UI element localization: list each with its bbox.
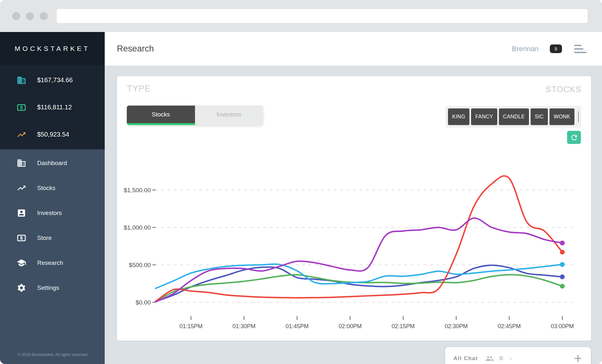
svg-text:01:45PM: 01:45PM	[286, 323, 309, 329]
people-icon	[485, 354, 494, 363]
plus-icon[interactable]: +	[574, 352, 582, 364]
chat-user-count: 0	[500, 355, 502, 362]
balance-value: $167,734.66	[37, 76, 73, 84]
svg-text:02:30PM: 02:30PM	[445, 323, 468, 329]
balance-item-gains[interactable]: $50,923.54	[0, 121, 105, 148]
sidebar-item-research[interactable]: Research	[0, 250, 105, 275]
sidebar: MOCKSTARKET $167,734.66 $ $116,811.12	[0, 32, 105, 364]
sidebar-item-label: Settings	[37, 284, 59, 291]
trending-up-icon	[17, 183, 26, 193]
hamburger-menu-icon[interactable]	[574, 45, 587, 53]
browser-window: MOCKSTARKET $167,734.66 $ $116,811.12	[0, 0, 602, 364]
copyright-text: © 2018 Mockstarket. All rights reserved	[0, 352, 105, 364]
sidebar-item-store[interactable]: $ Store	[0, 226, 105, 250]
trending-up-icon	[17, 130, 26, 139]
building-icon	[17, 158, 26, 168]
sidebar-item-label: Store	[37, 234, 52, 241]
account-balances: $167,734.66 $ $116,811.12 $50,923.54	[0, 65, 105, 149]
sidebar-item-label: Dashboard	[37, 160, 67, 167]
window-control-icon[interactable]	[26, 12, 34, 20]
svg-text:$0.00: $0.00	[135, 299, 151, 306]
sidebar-item-stocks[interactable]: Stocks	[0, 176, 105, 201]
svg-text:$1,500.00: $1,500.00	[124, 187, 151, 194]
gear-icon	[17, 283, 26, 293]
svg-text:03:00PM: 03:00PM	[551, 323, 574, 329]
sidebar-item-settings[interactable]: Settings	[0, 275, 105, 300]
chat-bar[interactable]: All Chat 0 +	[445, 347, 591, 364]
person-icon	[17, 208, 26, 218]
page-header: Research Brennan 5	[105, 32, 602, 66]
graduation-cap-icon	[17, 258, 26, 268]
svg-text:$: $	[20, 105, 23, 110]
user-name[interactable]: Brennan	[512, 45, 539, 53]
sidebar-nav: Dashboard Stocks Investors $	[0, 149, 105, 352]
page-title: Research	[117, 44, 154, 54]
sidebar-item-label: Stocks	[37, 185, 55, 192]
chat-title: All Chat	[453, 355, 478, 362]
balance-item-total[interactable]: $167,734.66	[0, 67, 105, 94]
svg-text:01:30PM: 01:30PM	[232, 323, 256, 329]
sidebar-item-label: Research	[37, 259, 63, 266]
banknote-icon: $	[17, 233, 26, 243]
sidebar-item-investors[interactable]: Investors	[0, 201, 105, 226]
balance-value: $50,923.54	[37, 131, 69, 138]
balance-item-cash[interactable]: $ $116,811.12	[0, 94, 105, 121]
svg-text:$: $	[20, 235, 23, 241]
svg-text:02:45PM: 02:45PM	[498, 323, 521, 329]
banknote-icon: $	[17, 103, 26, 112]
notification-badge[interactable]: 5	[550, 44, 562, 53]
main-content: TYPE STOCKS Stocks Investors KING FANCY …	[105, 66, 602, 364]
svg-text:02:15PM: 02:15PM	[392, 323, 415, 329]
building-icon	[17, 75, 26, 85]
browser-chrome	[0, 0, 602, 32]
svg-text:02:00PM: 02:00PM	[338, 323, 362, 329]
svg-text:01:15PM: 01:15PM	[179, 323, 202, 329]
svg-text:$1,000.00: $1,000.00	[124, 224, 151, 231]
svg-text:$500.00: $500.00	[129, 262, 151, 268]
address-bar[interactable]	[57, 9, 588, 23]
sidebar-item-label: Investors	[37, 210, 62, 217]
window-control-icon[interactable]	[40, 12, 48, 20]
app-logo: MOCKSTARKET	[0, 32, 105, 65]
research-panel: TYPE STOCKS Stocks Investors KING FANCY …	[117, 76, 591, 341]
stock-price-line-chart: $0.00$500.00$1,000.00$1,500.0001:15PM01:…	[117, 76, 591, 341]
window-control-icon[interactable]	[12, 12, 20, 20]
window-controls	[12, 12, 48, 20]
sidebar-item-dashboard[interactable]: Dashboard	[0, 151, 105, 176]
status-dot	[510, 358, 512, 360]
balance-value: $116,811.12	[37, 104, 72, 111]
